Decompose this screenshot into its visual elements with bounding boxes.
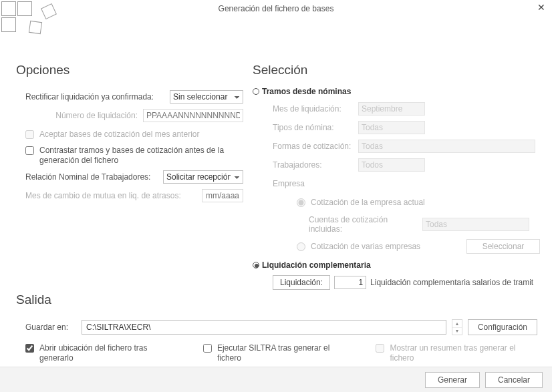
generar-button[interactable]: Generar [425, 372, 480, 388]
cot-varias-empresas-radio: Cotización de varias empresas [297, 242, 420, 251]
configuracion-button[interactable]: Configuración [468, 319, 537, 335]
dialog-footer: Generar Cancelar [0, 367, 552, 392]
chevron-up-icon: ▲ [452, 320, 462, 328]
guardar-en-input[interactable]: C:\SILTRA\XECR\ [82, 320, 446, 335]
guardar-en-label: Guardar en: [25, 323, 76, 332]
trabajadores-select: Todos [358, 158, 425, 172]
rectificar-label: Rectificar liquidación ya confirmada: [25, 92, 154, 102]
numero-liquidacion-label: Número de liquidación: [55, 111, 138, 120]
mostrar-resumen-checkbox: Mostrar un resumen tras generar el fiche… [376, 343, 537, 363]
mes-mutua-label: Mes de cambio de mutua en liq. de atraso… [25, 191, 181, 200]
liquidacion-num-input[interactable] [334, 276, 366, 289]
close-icon[interactable]: ✕ [537, 3, 545, 12]
liquidacion-complementaria-radio[interactable]: Liquidación complementaria [253, 260, 540, 270]
mes-liq-label: Mes de liquidación: [273, 104, 358, 114]
trabajadores-label: Trabajadores: [273, 160, 358, 170]
rnt-label: Relación Nominal de Trabajadores: [25, 172, 150, 182]
cancelar-button[interactable]: Cancelar [485, 372, 543, 388]
aceptar-bases-checkbox: Aceptar bases de cotización del mes ante… [25, 130, 199, 140]
rnt-select[interactable]: Solicitar recepción [163, 170, 243, 184]
tramos-desde-nominas-radio[interactable]: Tramos desde nóminas [253, 87, 540, 96]
formas-cot-select: Todas [358, 140, 535, 153]
window-title: Generación del fichero de bases [0, 4, 552, 13]
empresa-label: Empresa [273, 179, 358, 188]
abrir-ubicacion-checkbox[interactable]: Abrir ubicación del fichero tras generar… [25, 343, 179, 363]
cot-empresa-actual-radio: Cotización de la empresa actual [297, 198, 425, 207]
rectificar-select[interactable]: Sin seleccionar [170, 90, 243, 104]
seleccion-heading: Selección [253, 63, 540, 77]
tipos-nomina-label: Tipos de nómina: [273, 123, 358, 132]
tipos-nomina-select: Todas [358, 121, 425, 134]
liquidacion-button[interactable]: Liquidación: [273, 275, 330, 290]
numero-liquidacion-input [143, 109, 243, 122]
chevron-down-icon: ▼ [452, 328, 462, 335]
mes-liq-select: Septiembre [358, 102, 425, 116]
formas-cot-label: Formas de cotización: [273, 142, 358, 151]
path-spinner: ▲ ▼ [452, 319, 462, 335]
seleccionar-button: Seleccionar [466, 239, 540, 254]
salida-heading: Salida [16, 292, 537, 307]
contrastar-tramos-checkbox[interactable]: Contrastar tramos y bases de cotización … [25, 146, 243, 166]
cuentas-cot-label: Cuentas de cotización incluidas: [309, 215, 422, 234]
ejecutar-siltra-checkbox[interactable]: Ejecutar SILTRA tras generar el fichero [203, 343, 352, 363]
opciones-heading: Opciones [16, 63, 243, 77]
cuentas-cot-select: Todas [422, 218, 529, 231]
liquidacion-desc: Liquidación complementaria salarios de t… [370, 278, 533, 287]
mes-mutua-input [202, 189, 243, 202]
